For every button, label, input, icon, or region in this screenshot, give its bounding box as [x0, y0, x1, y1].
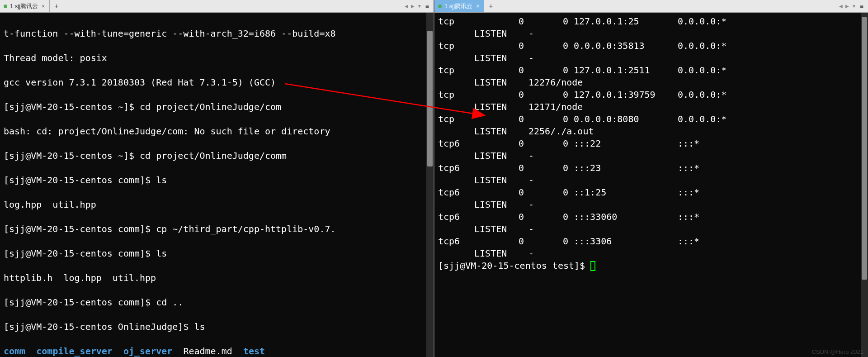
- tab-label: 1 sjj腾讯云: [444, 2, 472, 10]
- netstat-row: tcp600 :::33060:::*: [438, 211, 864, 223]
- menu-icon[interactable]: ≡: [858, 3, 865, 10]
- terminal-left[interactable]: t-function --with-tune=generic --with-ar…: [0, 13, 434, 357]
- new-tab-button[interactable]: +: [484, 2, 497, 10]
- dir-entry: test: [243, 346, 265, 357]
- terminal-line: [sjj@VM-20-15-centos comm]$ ls: [4, 248, 430, 260]
- scrollbar-left[interactable]: [426, 13, 434, 357]
- netstat-row: tcp00 127.0.0.1:25110.0.0.0:*: [438, 64, 864, 76]
- right-pane: 1 sjj腾讯云 × + ◀ ▶ ▼ ≡ tcp00 127.0.0.1:250…: [434, 0, 868, 357]
- netstat-row-sub: LISTEN-: [438, 199, 864, 211]
- terminal-line: [sjj@VM-20-15-centos comm]$ cp ~/third_p…: [4, 223, 430, 235]
- terminal-line: log.hpp util.hpp: [4, 199, 430, 211]
- scrollbar-thumb[interactable]: [427, 31, 433, 167]
- netstat-row-sub: LISTEN-: [438, 223, 864, 235]
- close-icon[interactable]: ×: [475, 3, 480, 10]
- dir-entry: compile_server: [36, 346, 113, 357]
- scrollbar-right[interactable]: [861, 13, 868, 357]
- netstat-row: tcp600 ::1:25:::*: [438, 186, 864, 199]
- tab-left[interactable]: 1 sjj腾讯云 ×: [0, 0, 50, 12]
- netstat-row-sub: LISTEN-: [438, 28, 864, 40]
- netstat-row: tcp600 :::23:::*: [438, 162, 864, 174]
- terminal-line: gcc version 7.3.1 20180303 (Red Hat 7.3.…: [4, 76, 430, 89]
- tabbar-left: 1 sjj腾讯云 × + ◀ ▶ ▼ ≡: [0, 0, 434, 13]
- terminal-line: bash: cd: project/OnlineJudge/com: No su…: [4, 125, 430, 138]
- netstat-row: tcp00 127.0.0.1:397590.0.0.0:*: [438, 89, 864, 101]
- netstat-row-sub: LISTEN12171/node: [438, 101, 864, 113]
- scrollbar-thumb[interactable]: [862, 17, 867, 280]
- netstat-row-sub: LISTEN-: [438, 52, 864, 64]
- tab-label: 1 sjj腾讯云: [10, 2, 38, 10]
- status-dot-icon: [438, 5, 442, 8]
- dir-entry: comm: [4, 346, 25, 357]
- tabbar-right: 1 sjj腾讯云 × + ◀ ▶ ▼ ≡: [434, 0, 868, 13]
- watermark: CSDN @Hero 2021: [812, 348, 863, 355]
- chevron-left-icon[interactable]: ◀: [838, 4, 844, 9]
- chevron-down-icon[interactable]: ▼: [416, 4, 423, 9]
- chevron-down-icon[interactable]: ▼: [851, 4, 857, 9]
- terminal-line: t-function --with-tune=generic --with-ar…: [4, 28, 430, 40]
- close-icon[interactable]: ×: [41, 3, 46, 10]
- cursor-icon: [590, 261, 595, 271]
- status-dot-icon: [4, 5, 7, 8]
- chevron-right-icon[interactable]: ▶: [410, 4, 415, 9]
- terminal-right[interactable]: tcp00 127.0.0.1:250.0.0.0:*LISTEN-tcp00 …: [434, 13, 868, 357]
- terminal-line: [sjj@VM-20-15-centos ~]$ cd project/Onli…: [4, 101, 430, 113]
- terminal-prompt: [sjj@VM-20-15-centos test]$: [438, 260, 864, 272]
- terminal-line: Thread model: posix: [4, 52, 430, 64]
- netstat-row-sub: LISTEN-: [438, 150, 864, 162]
- tab-right[interactable]: 1 sjj腾讯云 ×: [434, 0, 484, 12]
- chevron-left-icon[interactable]: ◀: [404, 4, 409, 9]
- netstat-row: tcp600 :::3306:::*: [438, 235, 864, 248]
- dir-entry: oj_server: [123, 346, 172, 357]
- terminal-line: comm compile_server oj_server Readme.md …: [4, 345, 430, 357]
- netstat-row: tcp00 127.0.0.1:250.0.0.0:*: [438, 15, 864, 28]
- terminal-line: httplib.h log.hpp util.hpp: [4, 272, 430, 284]
- new-tab-button[interactable]: +: [50, 2, 63, 10]
- file-entry: Readme.md: [183, 346, 232, 357]
- netstat-row-sub: LISTEN-: [438, 174, 864, 186]
- chevron-right-icon[interactable]: ▶: [844, 4, 850, 9]
- netstat-row-sub: LISTEN2256/./a.out: [438, 125, 864, 138]
- netstat-row-sub: LISTEN-: [438, 248, 864, 260]
- netstat-row: tcp00 0.0.0.0:358130.0.0.0:*: [438, 40, 864, 52]
- terminal-line: [sjj@VM-20-15-centos comm]$ cd ..: [4, 296, 430, 309]
- netstat-row: tcp00 0.0.0.0:80800.0.0.0:*: [438, 113, 864, 125]
- netstat-row-sub: LISTEN12276/node: [438, 76, 864, 89]
- terminal-line: [sjj@VM-20-15-centos comm]$ ls: [4, 174, 430, 186]
- terminal-line: [sjj@VM-20-15-centos OnlineJudge]$ ls: [4, 321, 430, 333]
- left-pane: 1 sjj腾讯云 × + ◀ ▶ ▼ ≡ t-function --with-t…: [0, 0, 434, 357]
- menu-icon[interactable]: ≡: [424, 3, 431, 10]
- netstat-row: tcp600 :::22:::*: [438, 138, 864, 150]
- terminal-line: [sjj@VM-20-15-centos ~]$ cd project/Onli…: [4, 150, 430, 162]
